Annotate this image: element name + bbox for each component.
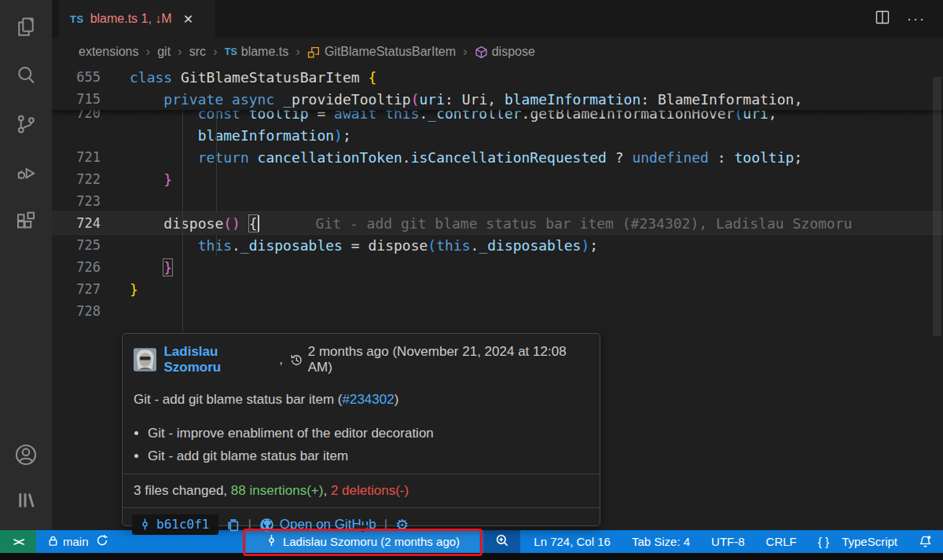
line-number[interactable]: 723 xyxy=(52,193,101,209)
code-line-655: 655class GitBlameStatusBarItem { xyxy=(52,66,943,88)
indent-guide xyxy=(216,110,217,212)
sync-icon xyxy=(96,534,108,549)
extensions-icon[interactable] xyxy=(13,209,39,234)
copy-icon[interactable] xyxy=(226,518,240,532)
code-line-721: 721 return cancellationToken.isCancellat… xyxy=(52,146,943,168)
library-icon[interactable] xyxy=(13,488,39,513)
search-icon[interactable] xyxy=(13,63,39,88)
breadcrumb-separator: › xyxy=(146,44,151,60)
line-number[interactable]: 721 xyxy=(52,149,101,165)
commit-message: Git - add git blame status bar item (#23… xyxy=(123,375,600,408)
line-number[interactable]: 715 xyxy=(52,91,101,107)
breadcrumb: extensions › git › src › TSblame.ts › Gi… xyxy=(52,38,943,66)
lock-icon xyxy=(47,535,59,549)
code-text: } xyxy=(101,171,172,188)
split-editor-icon[interactable] xyxy=(874,9,891,29)
code-line-726: 726 } xyxy=(52,256,943,278)
gear-icon[interactable]: ⚙ xyxy=(395,518,409,533)
symbol-method-icon xyxy=(475,46,488,59)
vertical-scrollbar[interactable] xyxy=(933,77,941,336)
line-number[interactable]: 655 xyxy=(52,69,101,85)
more-actions-icon[interactable]: ··· xyxy=(907,11,926,27)
language-item[interactable]: { } TypeScript xyxy=(818,535,897,548)
line-number[interactable]: 722 xyxy=(52,171,101,187)
deletions: 2 deletions(-) xyxy=(331,483,409,498)
indent-guide xyxy=(216,234,217,256)
code-line-wrap: blameInformation); xyxy=(52,124,943,146)
tab-bar: TS blame.ts 1, ↓M ✕ ··· xyxy=(52,0,943,38)
breadcrumb-git[interactable]: git xyxy=(157,45,171,59)
sticky-scroll-shadow xyxy=(52,110,943,117)
breadcrumb-file[interactable]: TSblame.ts xyxy=(225,45,288,59)
code-line-722: 722 } xyxy=(52,168,943,190)
tab-blame-ts[interactable]: TS blame.ts 1, ↓M ✕ xyxy=(59,0,215,38)
commit-bullet-list: Git - improve enabliment of the editor d… xyxy=(123,408,600,474)
code-text: return cancellationToken.isCancellationR… xyxy=(101,149,802,166)
breadcrumb-class[interactable]: GitBlameStatusBarItem xyxy=(307,45,456,59)
issue-link[interactable]: #234302 xyxy=(343,392,394,407)
symbol-class-icon xyxy=(307,46,321,59)
sticky-scroll[interactable]: 655class GitBlameStatusBarItem {715 priv… xyxy=(52,66,943,110)
line-number[interactable]: 727 xyxy=(52,281,101,297)
line-number[interactable]: 728 xyxy=(52,303,101,319)
code-line-728: 728 xyxy=(52,300,943,322)
commit-hash-button[interactable]: b61c0f1 xyxy=(132,514,218,535)
close-icon[interactable]: ✕ xyxy=(183,12,193,27)
code-text: class GitBlameStatusBarItem { xyxy=(101,69,376,86)
code-line-723: 723 xyxy=(52,190,943,212)
code-line-715: 715 private async _provideTooltip(uri: U… xyxy=(52,88,943,110)
branch-item[interactable]: main xyxy=(42,530,113,553)
explorer-icon[interactable] xyxy=(13,14,39,39)
branch-name: main xyxy=(63,535,89,548)
account-icon[interactable] xyxy=(13,442,39,467)
code-text: blameInformation); xyxy=(101,127,351,144)
hover-pointer xyxy=(346,525,379,534)
text-cursor xyxy=(258,215,259,232)
window-bottom-strip xyxy=(0,553,943,560)
vscode-window: TS blame.ts 1, ↓M ✕ ··· extensions › git… xyxy=(0,0,943,560)
code-text: dispose() {Git - add git blame status ba… xyxy=(101,215,852,232)
line-number[interactable]: 724 xyxy=(52,215,101,231)
line-number[interactable]: 726 xyxy=(52,259,101,275)
inline-blame-annotation: Git - add git blame status bar item (#23… xyxy=(316,215,853,232)
git-blame-hover: Ladislau Szomoru, 2 months ago (November… xyxy=(122,333,600,526)
code-text: private async _provideTooltip(uri: Uri, … xyxy=(101,91,802,108)
bullet-item: Git - improve enabliment of the editor d… xyxy=(148,426,589,441)
typescript-file-icon: TS xyxy=(225,46,237,57)
breadcrumb-src[interactable]: src xyxy=(189,45,206,59)
avatar xyxy=(134,348,156,372)
history-icon xyxy=(290,353,303,367)
tab-size-item[interactable]: Tab Size: 4 xyxy=(632,535,690,548)
commit-time: 2 months ago (November 21, 2024 at 12:08… xyxy=(290,344,589,375)
code-text: } xyxy=(101,281,138,298)
diff-stats: 3 files changed, 88 insertions(+), 2 del… xyxy=(123,474,600,507)
code-line-724: 724 dispose() {Git - add git blame statu… xyxy=(52,212,943,234)
breadcrumb-method[interactable]: dispose xyxy=(475,45,535,59)
indent-guide xyxy=(182,102,183,344)
notifications-bell-icon[interactable] xyxy=(919,535,932,548)
remote-indicator[interactable]: >< xyxy=(0,530,36,553)
eol-item[interactable]: CRLF xyxy=(766,535,797,548)
code-text: } xyxy=(101,259,172,276)
github-icon xyxy=(259,518,274,533)
encoding-item[interactable]: UTF-8 xyxy=(711,535,745,548)
code-line-727: 727} xyxy=(52,278,943,300)
typescript-file-icon: TS xyxy=(70,13,84,25)
source-control-icon[interactable] xyxy=(13,112,39,137)
bullet-item: Git - add git blame status bar item xyxy=(148,448,589,464)
author-link[interactable]: Ladislau Szomoru xyxy=(163,344,277,375)
git-commit-icon xyxy=(139,518,151,531)
code-text: this._disposables = dispose(this._dispos… xyxy=(101,237,598,254)
line-number[interactable]: 725 xyxy=(52,237,101,253)
tab-badge: 1, ↓M xyxy=(141,12,172,25)
insertions: 88 insertions(+) xyxy=(231,483,324,498)
run-debug-icon[interactable] xyxy=(13,160,39,185)
breadcrumb-extensions[interactable]: extensions xyxy=(79,45,139,59)
tab-title: blame.ts 1, ↓M xyxy=(90,12,172,26)
code-line-725: 725 this._disposables = dispose(this._di… xyxy=(52,234,943,256)
activity-bar xyxy=(0,0,52,530)
